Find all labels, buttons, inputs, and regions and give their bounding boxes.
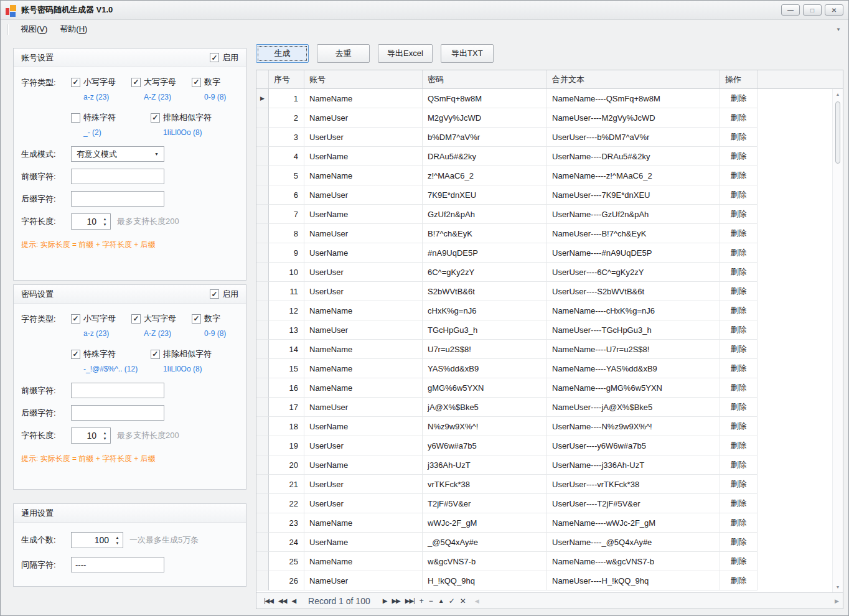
delete-button[interactable]: 删除	[731, 575, 747, 586]
header-account[interactable]: 账号	[304, 70, 423, 88]
nav-prev-page-button[interactable]: ◀◀	[276, 597, 289, 604]
password-lowercase-checkbox[interactable]: ✓小写字母	[71, 313, 131, 324]
table-row[interactable]: 9 UserName #nA9UqDE5P UserName----#nA9Uq…	[256, 243, 843, 263]
password-uppercase-checkbox[interactable]: ✓大写字母	[131, 313, 192, 324]
spin-up-icon[interactable]: ▲	[103, 431, 107, 435]
scroll-up-icon[interactable]: ▲	[833, 92, 843, 96]
hscroll-right-icon[interactable]: ▶	[835, 598, 839, 604]
menu-overflow-icon[interactable]: ▼	[836, 27, 841, 32]
nav-prev-button[interactable]: ◀	[289, 597, 298, 604]
table-row[interactable]: ▶ 1 NameName QSmFq+8w8M NameName----QSmF…	[256, 89, 843, 108]
account-enable-checkbox[interactable]: ✓ 启用	[210, 52, 238, 63]
delete-button[interactable]: 删除	[731, 93, 747, 104]
table-row[interactable]: 19 UserUser y6W6w#a7b5 UserUser----y6W6w…	[256, 436, 843, 455]
delete-button[interactable]: 删除	[731, 286, 747, 297]
scroll-down-icon[interactable]: ▼	[833, 585, 843, 589]
delete-button[interactable]: 删除	[731, 343, 747, 355]
delete-button[interactable]: 删除	[731, 459, 747, 470]
nav-last-button[interactable]: ▶▶|	[403, 597, 417, 604]
delete-button[interactable]: 删除	[731, 247, 747, 258]
export-txt-button[interactable]: 导出TXT	[441, 44, 494, 63]
header-password[interactable]: 密码	[423, 70, 547, 88]
password-suffix-input[interactable]	[71, 405, 164, 421]
table-row[interactable]: 23 NameName wWJc-2F_gM NameName----wWJc-…	[256, 513, 843, 533]
account-suffix-input[interactable]	[71, 191, 164, 207]
account-exclude-similar-checkbox[interactable]: ✓排除相似字符	[151, 112, 238, 123]
delete-button[interactable]: 删除	[731, 208, 747, 220]
spin-up-icon[interactable]: ▲	[103, 217, 107, 221]
table-row[interactable]: 4 UserName DRAu5#&2ky UserName----DRAu5#…	[256, 147, 843, 166]
delete-button[interactable]: 删除	[731, 266, 747, 278]
account-char-length-spinner[interactable]: 10 ▲▼	[71, 213, 111, 230]
delete-button[interactable]: 删除	[731, 112, 747, 123]
delete-button[interactable]: 删除	[731, 556, 747, 567]
delete-button[interactable]: 删除	[731, 536, 747, 548]
table-row[interactable]: 11 UserUser S2bWVtB&6t UserUser----S2bWV…	[256, 282, 843, 301]
table-row[interactable]: 14 NameName U7r=u2S$8! NameName----U7r=u…	[256, 340, 843, 359]
close-button[interactable]: ✕	[825, 4, 843, 16]
delete-button[interactable]: 删除	[731, 170, 747, 181]
delete-button[interactable]: 删除	[731, 421, 747, 432]
password-char-length-spinner[interactable]: 10 ▲▼	[71, 427, 111, 444]
table-row[interactable]: 18 UserName N%z9w9X%^! UserName----N%z9w…	[256, 417, 843, 436]
account-prefix-input[interactable]	[71, 169, 164, 184]
table-row[interactable]: 2 NameUser M2gVy%JcWD NameUser----M2gVy%…	[256, 108, 843, 128]
password-digits-checkbox[interactable]: ✓数字	[192, 313, 235, 324]
table-row[interactable]: 22 UserUser T2jF#5V&er UserUser----T2jF#…	[256, 494, 843, 513]
table-row[interactable]: 12 NameName cHxK%g=nJ6 NameName----cHxK%…	[256, 301, 843, 320]
spin-down-icon[interactable]: ▼	[103, 437, 107, 441]
menu-item-help[interactable]: 帮助(H)	[54, 21, 93, 37]
table-row[interactable]: 6 NameUser 7K9E*dnXEU NameUser----7K9E*d…	[256, 185, 843, 205]
nav-next-page-button[interactable]: ▶▶	[389, 597, 402, 604]
header-merged-text[interactable]: 合并文本	[547, 70, 720, 88]
password-special-checkbox[interactable]: ✓特殊字符	[71, 348, 151, 360]
delete-button[interactable]: 删除	[731, 189, 747, 200]
table-row[interactable]: 26 NameUser H_!kQQ_9hq NameUser----H_!kQ…	[256, 571, 843, 590]
delete-button[interactable]: 删除	[731, 324, 747, 335]
menu-item-view[interactable]: 视图(V)	[14, 21, 54, 37]
delete-button[interactable]: 删除	[731, 382, 747, 393]
account-special-checkbox[interactable]: 特殊字符	[71, 112, 151, 123]
delete-button[interactable]: 删除	[731, 305, 747, 316]
table-row[interactable]: 20 UserName j336Ah-UzT UserName----j336A…	[256, 455, 843, 475]
spin-down-icon[interactable]: ▼	[116, 541, 120, 545]
delete-button[interactable]: 删除	[731, 131, 747, 142]
table-row[interactable]: 25 NameName w&gcVNS7-b NameName----w&gcV…	[256, 552, 843, 571]
table-row[interactable]: 10 UserUser 6C^=gKy2zY UserUser----6C^=g…	[256, 263, 843, 282]
nav-edit-button[interactable]: ▲	[436, 597, 446, 604]
nav-next-button[interactable]: ▶	[380, 597, 390, 604]
delete-button[interactable]: 删除	[731, 363, 747, 374]
table-row[interactable]: 3 UserUser b%DM7^aV%r UserUser----b%DM7^…	[256, 128, 843, 147]
spin-down-icon[interactable]: ▼	[103, 223, 107, 226]
table-row[interactable]: 5 NameName z!^MAaC6_2 NameName----z!^MAa…	[256, 166, 843, 185]
nav-end-edit-button[interactable]: ✓	[446, 597, 457, 605]
generate-count-spinner[interactable]: 100 ▲▼	[71, 532, 123, 548]
table-row[interactable]: 8 NameUser B!7^ch&EyK NameUser----B!7^ch…	[256, 224, 843, 243]
generation-mode-select[interactable]: 有意义模式 ▼	[71, 146, 164, 162]
nav-cancel-edit-button[interactable]: ✕	[457, 597, 469, 605]
maximize-button[interactable]: □	[803, 4, 822, 16]
dedupe-button[interactable]: 去重	[317, 44, 370, 63]
table-row[interactable]: 16 NameName gMG%6w5YXN NameName----gMG%6…	[256, 378, 843, 398]
header-action[interactable]: 操作	[720, 70, 758, 88]
password-exclude-similar-checkbox[interactable]: ✓排除相似字符	[151, 348, 238, 360]
delete-button[interactable]: 删除	[731, 517, 747, 528]
export-excel-button[interactable]: 导出Excel	[378, 44, 433, 63]
nav-first-button[interactable]: |◀◀	[261, 597, 276, 604]
vertical-scrollbar[interactable]: ▲ ▼	[832, 89, 843, 592]
spin-up-icon[interactable]: ▲	[116, 536, 120, 539]
table-row[interactable]: 24 UserName _@5Q4xAy#e UserName----_@5Q4…	[256, 533, 843, 552]
minimize-button[interactable]: —	[781, 4, 800, 16]
password-prefix-input[interactable]	[71, 383, 164, 398]
scrollbar-thumb[interactable]	[835, 101, 840, 164]
delete-button[interactable]: 删除	[731, 151, 747, 162]
table-row[interactable]: 7 UserName GzUf2n&pAh UserName----GzUf2n…	[256, 205, 843, 224]
separator-input[interactable]	[71, 557, 164, 572]
delete-button[interactable]: 删除	[731, 440, 747, 451]
delete-button[interactable]: 删除	[731, 401, 747, 413]
hscroll-left-icon[interactable]: ◀	[475, 598, 479, 604]
table-row[interactable]: 17 NameUser jA@X%$Bke5 NameUser----jA@X%…	[256, 398, 843, 417]
account-uppercase-checkbox[interactable]: ✓大写字母	[131, 77, 192, 88]
table-row[interactable]: 15 NameName YAS%dd&xB9 NameName----YAS%d…	[256, 359, 843, 378]
nav-delete-button[interactable]: −	[426, 597, 436, 605]
